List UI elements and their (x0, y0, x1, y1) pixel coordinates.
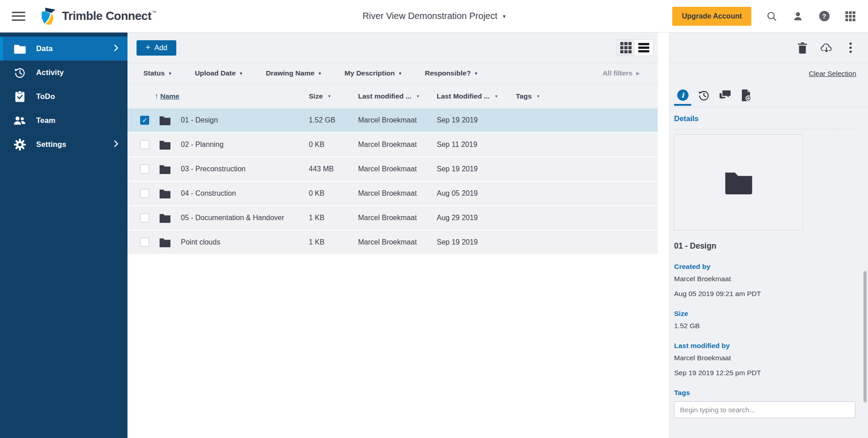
tab-comments[interactable] (718, 85, 732, 105)
table-row[interactable]: ✓ 01 - Design 1.52 GB Marcel Broekmaat S… (127, 108, 658, 132)
folder-icon (14, 42, 26, 55)
team-people-icon (14, 114, 26, 127)
tab-info[interactable]: i (676, 85, 689, 105)
column-label: Size (309, 92, 323, 100)
upgrade-account-button[interactable]: Upgrade Account (672, 7, 751, 26)
column-header-modified-on[interactable]: Last Modified ... ▾ (437, 92, 516, 100)
clear-selection-link[interactable]: Clear Selection (809, 70, 856, 78)
folder-icon (155, 189, 175, 198)
filter-responsible[interactable]: Responsible? ▾ (425, 69, 477, 77)
folder-name: 04 - Construction (175, 189, 309, 198)
sidebar-item-label: Data (36, 44, 53, 53)
column-label: Name (160, 92, 179, 100)
more-options-icon[interactable] (844, 42, 856, 54)
folder-icon (155, 165, 175, 174)
table-row[interactable]: 02 - Planning 0 KB Marcel Broekmaat Sep … (127, 133, 658, 156)
file-release-icon (741, 89, 752, 102)
tab-history[interactable] (697, 85, 711, 105)
clipboard-check-icon (14, 90, 26, 103)
row-checkbox[interactable] (140, 165, 149, 174)
clear-selection-row: Clear Selection (669, 63, 868, 84)
check-icon: ✓ (142, 117, 147, 124)
tab-releases[interactable] (740, 85, 753, 105)
table-row[interactable]: Point clouds 1 KB Marcel Broekmaat Sep 1… (127, 231, 658, 254)
folder-modified-on: Sep 19 2019 (437, 116, 516, 124)
folder-size: 1 KB (309, 238, 358, 246)
list-view-button[interactable] (635, 40, 653, 56)
help-icon[interactable]: ? (818, 10, 830, 22)
folder-name: 03 - Preconstruction (175, 165, 309, 173)
trademark-symbol: ™ (152, 10, 156, 15)
modified-by-label: Last modified by (674, 342, 855, 350)
info-glyph: i (681, 91, 684, 99)
grid-view-icon (620, 42, 632, 53)
all-filters-link[interactable]: All filters ▸ (603, 69, 640, 77)
folder-icon (155, 140, 175, 150)
column-header-tags[interactable]: Tags ▾ (516, 92, 658, 100)
filter-bar: Status ▾ Upload Date ▾ Drawing Name ▾ My… (127, 63, 658, 84)
folder-size: 443 MB (309, 165, 358, 173)
search-icon[interactable] (766, 10, 778, 22)
chevron-right-icon (114, 44, 118, 53)
caret-down-icon: ▾ (169, 71, 171, 76)
history-icon (698, 89, 710, 101)
folder-size: 1 KB (309, 214, 358, 222)
sidebar-item-data[interactable]: Data (0, 37, 127, 61)
divider (674, 129, 855, 129)
row-checkbox[interactable] (140, 189, 149, 198)
sidebar-item-todo[interactable]: ToDo (0, 85, 127, 108)
sidebar-item-activity[interactable]: Activity (0, 61, 127, 85)
list-view-icon (638, 43, 649, 52)
column-header-size[interactable]: Size ▾ (309, 92, 358, 100)
sidebar-item-label: Activity (36, 68, 64, 77)
sidebar-item-settings[interactable]: Settings (0, 132, 127, 156)
row-checkbox[interactable] (140, 140, 149, 149)
folder-modified-by: Marcel Broekmaat (358, 214, 437, 222)
modified-by-value: Marcel Broekmaat (674, 354, 855, 362)
sidebar-item-team[interactable]: Team (0, 108, 127, 132)
filter-drawing-name[interactable]: Drawing Name ▾ (266, 69, 321, 77)
trimble-connect-logo[interactable]: Trimble Connect ™ (39, 7, 156, 26)
folder-name: 01 - Design (175, 116, 309, 124)
row-checkbox[interactable] (140, 238, 149, 247)
column-header-name[interactable]: ↑ Name (155, 92, 309, 101)
add-button[interactable]: + Add (137, 40, 176, 56)
view-toggle (616, 39, 653, 56)
table-row[interactable]: 03 - Preconstruction 443 MB Marcel Broek… (127, 157, 658, 181)
folder-modified-by: Marcel Broekmaat (358, 141, 437, 149)
table-row[interactable]: 04 - Construction 0 KB Marcel Broekmaat … (127, 182, 658, 205)
details-panel: Clear Selection i (669, 33, 868, 438)
project-title-dropdown[interactable]: River View Demonstration Project ▾ (363, 11, 506, 21)
created-by-value: Marcel Broekmaat (674, 275, 855, 283)
folder-modified-on: Sep 19 2019 (437, 238, 516, 246)
filter-upload-date[interactable]: Upload Date ▾ (195, 69, 242, 77)
table-row[interactable]: 05 - Documentation & Handover 1 KB Marce… (127, 206, 658, 230)
details-content: Details 01 - Design Created by Marcel Br… (669, 114, 868, 418)
tags-search-input[interactable] (674, 401, 855, 418)
filter-status[interactable]: Status ▾ (143, 69, 171, 77)
folder-modified-by: Marcel Broekmaat (358, 116, 437, 124)
filter-label: Drawing Name (266, 69, 315, 77)
filter-my-description[interactable]: My Description ▾ (344, 69, 401, 77)
row-checkbox[interactable] (140, 213, 149, 222)
grid-view-button[interactable] (617, 40, 635, 56)
column-header-modified-by[interactable]: Last modified ... ▾ (358, 92, 437, 100)
folder-name: Point clouds (175, 238, 309, 246)
folder-icon (155, 213, 175, 223)
panel-scrollbar[interactable] (863, 271, 867, 402)
top-header: Trimble Connect ™ River View Demonstrati… (0, 0, 868, 33)
modified-on-value: Sep 19 2019 12:25 pm PDT (674, 369, 855, 377)
user-profile-icon[interactable] (792, 10, 804, 22)
apps-grid-icon[interactable] (844, 10, 856, 22)
plus-icon: + (146, 43, 151, 52)
size-label: Size (674, 310, 855, 318)
question-mark-glyph: ? (822, 13, 826, 20)
cloud-download-icon[interactable] (821, 42, 832, 54)
hamburger-menu-icon[interactable] (12, 12, 25, 21)
row-checkbox-checked[interactable]: ✓ (140, 116, 149, 125)
created-by-label: Created by (674, 263, 855, 271)
add-button-label: Add (155, 44, 167, 52)
delete-icon[interactable] (797, 42, 808, 54)
main-toolbar: + Add (127, 33, 658, 63)
project-title: River View Demonstration Project (363, 11, 498, 21)
